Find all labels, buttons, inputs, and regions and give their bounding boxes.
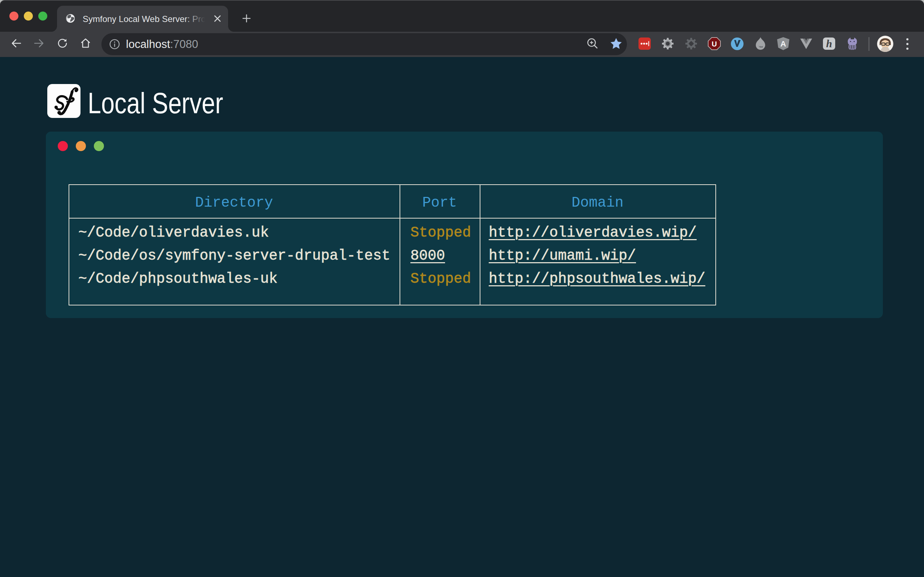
svg-text:U: U bbox=[712, 40, 717, 48]
svg-text:A: A bbox=[780, 39, 786, 48]
